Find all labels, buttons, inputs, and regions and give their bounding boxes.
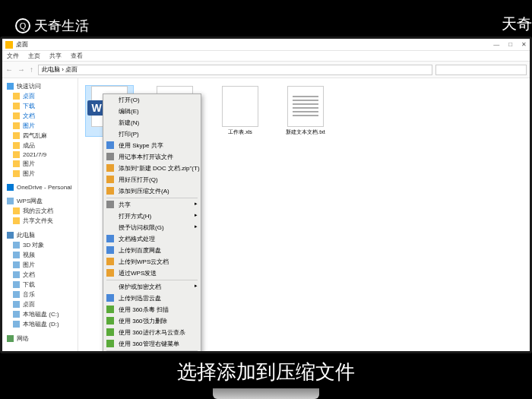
breadcrumb[interactable]: 此电脑 › 桌面	[38, 65, 432, 75]
context-menu-item[interactable]: 上传到WPS云文档	[103, 256, 201, 268]
menu-item-label: 上传到迅雷云盘	[119, 295, 161, 302]
context-menu-item[interactable]: 打印(P)	[103, 128, 201, 140]
sidebar-item[interactable]: 网络	[4, 334, 76, 344]
context-menu-item[interactable]: 通过WPS发送	[103, 268, 201, 279]
sidebar-item-label: 快速访问	[17, 82, 41, 90]
menu-file[interactable]: 文件	[7, 52, 19, 60]
sidebar-item-label: 下载	[23, 102, 35, 110]
onedrive-icon	[7, 184, 14, 191]
context-menu-item[interactable]: 使用 360杀毒 扫描	[103, 304, 201, 315]
menu-view[interactable]: 查看	[71, 52, 83, 60]
context-menu-item[interactable]: 保护或加密文档	[103, 281, 201, 293]
context-menu-item[interactable]: 编辑(E)	[103, 106, 201, 117]
sidebar-item[interactable]: 此电脑	[4, 230, 76, 240]
up-button[interactable]: ↑	[30, 65, 33, 74]
sidebar-item[interactable]: 图片	[4, 260, 76, 270]
sidebar-item[interactable]: WPS网盘	[4, 196, 76, 206]
context-menu-item[interactable]: 使用 360强力删除	[103, 315, 201, 327]
sidebar-item[interactable]: 视频	[4, 250, 76, 260]
sidebar-item[interactable]: 本地磁盘 (C:)	[4, 309, 76, 319]
sidebar-item[interactable]: 下载	[4, 280, 76, 290]
sidebar-item[interactable]: 我的云文档	[4, 206, 76, 216]
sidebar-item[interactable]: 2021/7/9	[4, 150, 76, 159]
window-controls: — □ ✕	[493, 41, 527, 48]
sidebar-item[interactable]: 图片	[4, 159, 76, 169]
sidebar-item[interactable]: OneDrive - Personal	[4, 183, 76, 192]
menu-item-label: 使用 360强力删除	[119, 318, 167, 325]
content-area[interactable]: 打开(O)编辑(E)新建(N)打印(P)使用 Skype 共享用记事本打开该文件…	[78, 78, 530, 351]
menu-home[interactable]: 主页	[28, 52, 40, 60]
context-menu-item[interactable]: 用记事本打开该文件	[103, 151, 201, 163]
sidebar-item[interactable]: 音乐	[4, 290, 76, 299]
context-menu-item[interactable]: 打开方式(H)	[103, 211, 201, 222]
menu-item-label: 用好压打开(Q)	[119, 176, 158, 183]
folder-icon	[13, 142, 20, 149]
sidebar-item-label: 图片	[23, 122, 35, 130]
context-menu-item[interactable]: 打开(O)	[103, 94, 201, 106]
search-input[interactable]	[435, 65, 527, 75]
sidebar-item[interactable]: 桌面	[4, 91, 76, 101]
menu-item-icon	[106, 153, 114, 160]
sidebar-item-label: 文档	[23, 112, 35, 120]
sidebar-item[interactable]: 图片	[4, 121, 76, 131]
menu-item-label: 打开(O)	[119, 97, 140, 103]
context-menu-item[interactable]: 上传到百度网盘	[103, 245, 201, 256]
sidebar-item[interactable]: 四气乱麻	[4, 131, 76, 141]
menu-share[interactable]: 共享	[49, 52, 62, 60]
sidebar-item-label: 3D 对象	[23, 241, 44, 249]
menu-item-label: 使用 360杀毒 扫描	[119, 306, 169, 313]
menu-item-icon	[106, 176, 114, 183]
context-menu-item[interactable]: 使用 Skype 共享	[103, 140, 201, 151]
minimize-button[interactable]: —	[493, 41, 499, 48]
menu-item-label: 打印(P)	[119, 131, 139, 138]
file-item[interactable]: 新建文本文档.txt	[282, 86, 329, 136]
sidebar-item-label: 桌面	[23, 92, 35, 100]
context-menu-item[interactable]: 使用 360进行木马云查杀	[103, 327, 201, 338]
back-button[interactable]: ←	[5, 65, 13, 74]
sidebar: 快速访问桌面下载文档图片四气乱麻成品2021/7/9图片图片OneDrive -…	[2, 78, 78, 351]
context-menu-item[interactable]: 使用 360管理右键菜单	[103, 338, 201, 350]
sidebar-item[interactable]: 快速访问	[4, 81, 76, 91]
file-label: 工作表.xls	[228, 128, 252, 136]
sidebar-item[interactable]: 3D 对象	[4, 240, 76, 250]
menu-item-icon	[106, 328, 114, 336]
drive-icon	[13, 311, 20, 318]
forward-button[interactable]: →	[17, 65, 25, 74]
menu-item-icon	[106, 306, 114, 313]
sidebar-item-label: 四气乱麻	[23, 131, 47, 140]
sidebar-item-label: 视频	[23, 251, 35, 259]
sidebar-item[interactable]: 成品	[4, 141, 76, 150]
folder-icon	[13, 132, 20, 139]
folder-icon	[13, 207, 20, 214]
monitor-frame: 桌面 — □ ✕ 文件 主页 共享 查看 ← → ↑ 此电脑 › 桌面 快速访问…	[0, 36, 532, 353]
context-menu-item[interactable]: 共享	[103, 199, 201, 211]
menu-item-label: 使用 360管理右键菜单	[119, 340, 179, 347]
menu-item-icon	[106, 294, 114, 302]
sidebar-item-label: 本地磁盘 (C:)	[23, 310, 59, 318]
menu-item-label: 文档格式处理	[119, 236, 155, 242]
sidebar-item[interactable]: 共享文件夹	[4, 216, 76, 226]
maximize-button[interactable]: □	[508, 41, 512, 48]
menu-item-label: 上传到WPS云文档	[119, 258, 169, 265]
pc-icon	[7, 232, 14, 239]
star-icon	[7, 83, 14, 90]
watermark-text: 天奇生活	[34, 17, 89, 35]
sidebar-item[interactable]: 下载	[4, 101, 76, 111]
context-menu-item[interactable]: 添加到"新建 DOC 文档.zip"(T)	[103, 163, 201, 174]
sidebar-item-label: 此电脑	[17, 231, 35, 239]
context-menu-item[interactable]: 添加到压缩文件(A)	[103, 185, 201, 197]
sidebar-item[interactable]: 本地磁盘 (D:)	[4, 319, 76, 329]
nav-arrows: ← → ↑	[5, 65, 33, 74]
sidebar-item[interactable]: 文档	[4, 111, 76, 121]
context-menu-item[interactable]: 新建(N)	[103, 117, 201, 128]
sidebar-item[interactable]: 文档	[4, 270, 76, 280]
sidebar-item[interactable]: 图片	[4, 169, 76, 179]
context-menu-item[interactable]: 文档格式处理	[103, 233, 201, 245]
context-menu-item[interactable]: 授予访问权限(G)	[103, 222, 201, 233]
file-item[interactable]: 工作表.xls	[217, 86, 264, 136]
sidebar-item-label: 2021/7/9	[23, 151, 46, 158]
sidebar-item[interactable]: 桌面	[4, 299, 76, 309]
context-menu-item[interactable]: 上传到迅雷云盘	[103, 293, 201, 304]
close-button[interactable]: ✕	[521, 41, 527, 48]
context-menu-item[interactable]: 用好压打开(Q)	[103, 174, 201, 185]
